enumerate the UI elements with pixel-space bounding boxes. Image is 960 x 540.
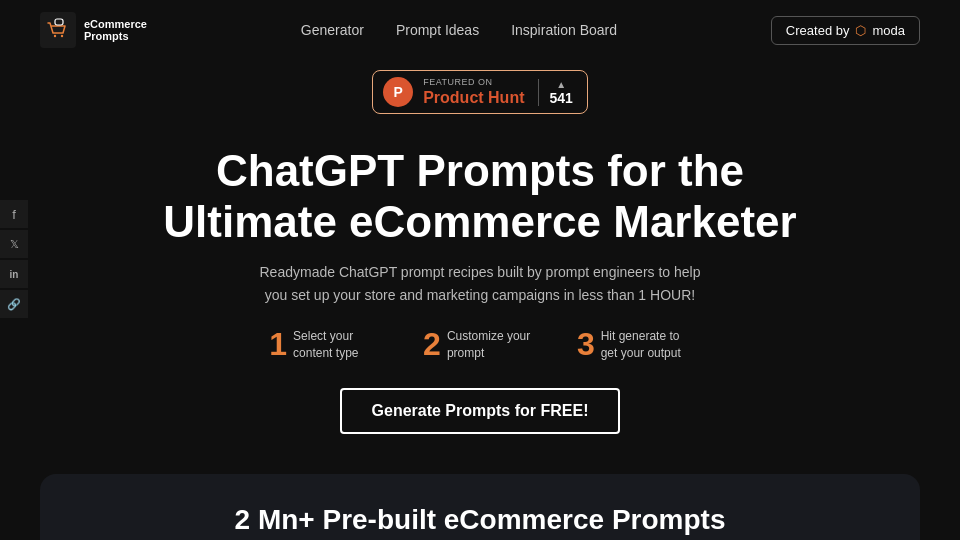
nav-generator[interactable]: Generator <box>301 22 364 38</box>
linkedin-icon: in <box>10 269 19 280</box>
bottom-title: 2 Mn+ Pre-built eCommerce Prompts <box>80 504 880 536</box>
created-by-label: Created by <box>786 23 850 38</box>
nav-prompt-ideas[interactable]: Prompt Ideas <box>396 22 479 38</box>
ph-text: FEATURED ON Product Hunt <box>423 77 524 107</box>
nav-links: Generator Prompt Ideas Inspiration Board <box>301 22 617 38</box>
hero-title: ChatGPT Prompts for the Ultimate eCommer… <box>140 146 820 247</box>
moda-label: moda <box>872 23 905 38</box>
facebook-button[interactable]: f <box>0 200 28 228</box>
svg-point-1 <box>54 35 56 37</box>
navbar: eCommerce Prompts Generator Prompt Ideas… <box>0 0 960 60</box>
twitter-button[interactable]: 𝕏 <box>0 230 28 258</box>
logo[interactable]: eCommerce Prompts <box>40 12 147 48</box>
moda-icon: ⬡ <box>855 23 866 38</box>
ph-votes: ▲ 541 <box>538 79 572 106</box>
svg-rect-0 <box>40 12 76 48</box>
facebook-icon: f <box>12 207 16 222</box>
generate-prompts-button[interactable]: Generate Prompts for FREE! <box>340 388 621 434</box>
steps: 1 Select your content type 2 Customize y… <box>40 328 920 362</box>
product-hunt-badge[interactable]: P FEATURED ON Product Hunt ▲ 541 <box>372 70 588 114</box>
step-1: 1 Select your content type <box>269 328 383 362</box>
logo-icon <box>40 12 76 48</box>
bottom-section: 2 Mn+ Pre-built eCommerce Prompts Up to … <box>40 474 920 540</box>
link-icon: 🔗 <box>7 298 21 311</box>
hero-subtitle: Readymade ChatGPT prompt recipes built b… <box>40 261 920 306</box>
ph-icon: P <box>383 77 413 107</box>
step-2: 2 Customize your prompt <box>423 328 537 362</box>
nav-inspiration-board[interactable]: Inspiration Board <box>511 22 617 38</box>
svg-point-2 <box>61 35 63 37</box>
copy-link-button[interactable]: 🔗 <box>0 290 28 318</box>
linkedin-button[interactable]: in <box>0 260 28 288</box>
hero-section: P FEATURED ON Product Hunt ▲ 541 ChatGPT… <box>0 60 960 454</box>
social-sidebar: f 𝕏 in 🔗 <box>0 200 28 318</box>
created-by-button[interactable]: Created by ⬡ moda <box>771 16 920 45</box>
step-3: 3 Hit generate to get your output <box>577 328 691 362</box>
logo-text: eCommerce Prompts <box>84 18 147 42</box>
twitter-icon: 𝕏 <box>10 238 19 251</box>
